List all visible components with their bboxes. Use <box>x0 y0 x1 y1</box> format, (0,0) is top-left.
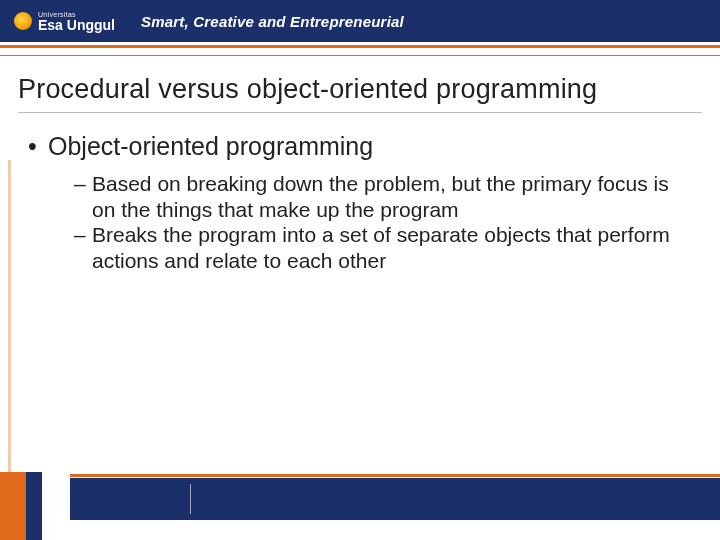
bullet-level2-item: –Based on breaking down the problem, but… <box>74 171 690 222</box>
content-area: • Object-oriented programming –Based on … <box>18 132 690 273</box>
bullet-level2-text: Breaks the program into a set of separat… <box>92 223 670 272</box>
logo: Universitas Esa Unggul <box>0 11 115 32</box>
bullet-dot-icon: • <box>28 132 48 161</box>
header-tagline: Smart, Creative and Entrepreneurial <box>141 13 404 30</box>
bullet-level1: • Object-oriented programming <box>28 132 690 161</box>
bullet-level2-item: –Breaks the program into a set of separa… <box>74 222 690 273</box>
header-bar: Universitas Esa Unggul Smart, Creative a… <box>0 0 720 42</box>
logo-university-label: Universitas <box>38 11 115 18</box>
header-rule-thick <box>0 45 720 48</box>
left-accent-line <box>8 160 11 480</box>
left-strip-orange <box>0 472 26 540</box>
bullet-level2-group: –Based on breaking down the problem, but… <box>74 171 690 273</box>
slide: Universitas Esa Unggul Smart, Creative a… <box>0 0 720 540</box>
logo-sun-icon <box>14 12 32 30</box>
dash-icon: – <box>74 222 92 248</box>
slide-title: Procedural versus object-oriented progra… <box>18 74 702 105</box>
footer-divider <box>190 484 191 514</box>
footer-bar <box>70 478 720 520</box>
bullet-level1-text: Object-oriented programming <box>48 132 373 161</box>
bullet-level2-text: Based on breaking down the problem, but … <box>92 172 669 221</box>
logo-text: Universitas Esa Unggul <box>38 11 115 32</box>
left-strip-navy <box>26 472 42 540</box>
header-rule-thin <box>0 55 720 56</box>
title-underline <box>18 112 702 113</box>
dash-icon: – <box>74 171 92 197</box>
logo-name-label: Esa Unggul <box>38 18 115 32</box>
